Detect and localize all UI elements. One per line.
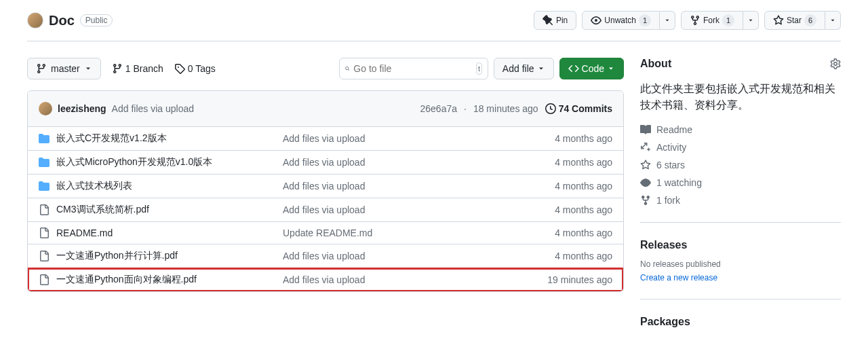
- file-search-input[interactable]: [353, 63, 472, 74]
- file-commit-msg[interactable]: Add files via upload: [283, 204, 365, 215]
- file-row: 一文速通Python并行计算.pdf Add files via upload …: [28, 244, 623, 268]
- code-button[interactable]: Code: [559, 58, 624, 79]
- book-icon: [640, 124, 651, 135]
- code-icon: [568, 63, 579, 74]
- add-file-label: Add file: [502, 63, 534, 74]
- file-icon: [39, 274, 50, 285]
- create-release-link[interactable]: Create a new release: [640, 273, 717, 282]
- commits-count: 74 Commits: [559, 103, 612, 114]
- activity-link[interactable]: Activity: [640, 142, 686, 153]
- tags-text: 0 Tags: [188, 63, 216, 74]
- code-label: Code: [582, 63, 604, 74]
- commit-message[interactable]: Add files via upload: [112, 103, 194, 114]
- file-search-box[interactable]: t: [339, 58, 488, 79]
- readme-link[interactable]: Readme: [640, 124, 692, 135]
- commits-link[interactable]: 74 Commits: [545, 103, 612, 114]
- stars-link[interactable]: 6 stars: [640, 160, 685, 170]
- unwatch-label: Unwatch: [604, 16, 636, 25]
- fork-count: 1: [722, 14, 734, 26]
- file-row: README.md Update README.md 4 months ago: [28, 222, 623, 244]
- file-name-link[interactable]: 嵌入式技术栈列表: [56, 180, 132, 192]
- history-icon: [545, 103, 556, 114]
- file-name-link[interactable]: 一文速通Python面向对象编程.pdf: [56, 274, 197, 286]
- star-label: Star: [787, 16, 802, 25]
- file-icon: [39, 204, 50, 215]
- commit-user[interactable]: leezisheng: [58, 103, 106, 114]
- watching-link[interactable]: 1 watching: [640, 177, 702, 188]
- folder-icon: [39, 181, 50, 191]
- file-row: 嵌入式C开发规范v1.2版本 Add files via upload 4 mo…: [28, 127, 623, 151]
- add-file-button[interactable]: Add file: [494, 58, 554, 79]
- repo-name[interactable]: Doc: [49, 13, 75, 29]
- folder-icon: [39, 157, 50, 168]
- pin-icon: [542, 15, 553, 26]
- file-icon: [39, 227, 50, 238]
- star-icon: [640, 160, 651, 170]
- branches-text: 1 Branch: [125, 63, 163, 74]
- file-name-link[interactable]: CM3调试系统简析.pdf: [56, 204, 149, 216]
- eye-icon: [591, 15, 601, 26]
- file-commit-msg[interactable]: Add files via upload: [283, 181, 365, 191]
- latest-commit-bar: leezisheng Add files via upload 26e6a7a …: [28, 91, 623, 127]
- commit-avatar[interactable]: [39, 102, 52, 115]
- branches-link[interactable]: 1 Branch: [112, 63, 163, 74]
- fork-dropdown[interactable]: [743, 11, 759, 30]
- tags-link[interactable]: 0 Tags: [174, 63, 216, 74]
- commit-sha[interactable]: 26e6a7a: [420, 103, 458, 114]
- file-row: 一文速通Python面向对象编程.pdf Add files via uploa…: [28, 268, 623, 291]
- branch-icon: [112, 63, 123, 74]
- file-date: 4 months ago: [555, 157, 612, 168]
- branch-select-button[interactable]: master: [27, 58, 101, 79]
- file-date: 4 months ago: [555, 227, 612, 238]
- forks-link[interactable]: 1 fork: [640, 195, 680, 206]
- gear-icon[interactable]: [830, 58, 841, 69]
- file-row: 嵌入式MicroPython开发规范v1.0版本 Add files via u…: [28, 151, 623, 175]
- file-date: 4 months ago: [555, 204, 612, 215]
- file-row: 嵌入式技术栈列表 Add files via upload 4 months a…: [28, 175, 623, 198]
- releases-title: Releases: [640, 239, 841, 251]
- chevron-down-icon: [747, 17, 754, 24]
- releases-none: No releases published: [640, 259, 841, 269]
- chevron-down-icon: [664, 17, 671, 24]
- star-count: 6: [804, 14, 816, 26]
- star-icon: [773, 15, 784, 26]
- pulse-icon: [640, 142, 651, 153]
- file-commit-msg[interactable]: Add files via upload: [283, 251, 365, 261]
- search-kbd: t: [476, 62, 482, 75]
- folder-icon: [39, 133, 50, 144]
- fork-icon: [640, 195, 651, 206]
- unwatch-dropdown[interactable]: [660, 11, 675, 30]
- packages-title: Packages: [640, 316, 841, 328]
- visibility-badge: Public: [80, 14, 113, 26]
- file-commit-msg[interactable]: Add files via upload: [283, 133, 365, 144]
- star-dropdown[interactable]: [825, 11, 841, 30]
- fork-button[interactable]: Fork 1: [681, 11, 743, 30]
- commit-time: 18 minutes ago: [473, 103, 538, 114]
- file-commit-msg[interactable]: Add files via upload: [283, 157, 365, 168]
- tag-icon: [174, 63, 185, 74]
- file-name-link[interactable]: README.md: [56, 227, 113, 238]
- file-name-link[interactable]: 一文速通Python并行计算.pdf: [56, 250, 178, 262]
- about-title: About: [640, 58, 671, 70]
- file-commit-msg[interactable]: Update README.md: [283, 227, 372, 238]
- search-icon: [345, 63, 350, 74]
- chevron-down-icon: [607, 65, 615, 73]
- chevron-down-icon: [84, 65, 92, 73]
- watch-count: 1: [639, 14, 651, 26]
- file-date: 19 minutes ago: [547, 274, 612, 285]
- star-button[interactable]: Star 6: [764, 11, 825, 30]
- chevron-down-icon: [829, 17, 836, 24]
- pin-label: Pin: [556, 16, 568, 25]
- pin-button[interactable]: Pin: [534, 11, 576, 30]
- file-commit-msg[interactable]: Add files via upload: [283, 274, 365, 285]
- file-name-link[interactable]: 嵌入式MicroPython开发规范v1.0版本: [56, 156, 212, 168]
- file-icon: [39, 251, 50, 261]
- unwatch-button[interactable]: Unwatch 1: [582, 11, 660, 30]
- file-name-link[interactable]: 嵌入式C开发规范v1.2版本: [56, 132, 167, 145]
- owner-avatar[interactable]: [27, 12, 43, 29]
- fork-label: Fork: [703, 16, 719, 25]
- file-date: 4 months ago: [555, 251, 612, 261]
- branch-icon: [36, 63, 47, 74]
- about-description: 此文件夹主要包括嵌入式开发规范和相关技术书籍、资料分享。: [640, 81, 841, 113]
- file-row: CM3调试系统简析.pdf Add files via upload 4 mon…: [28, 198, 623, 222]
